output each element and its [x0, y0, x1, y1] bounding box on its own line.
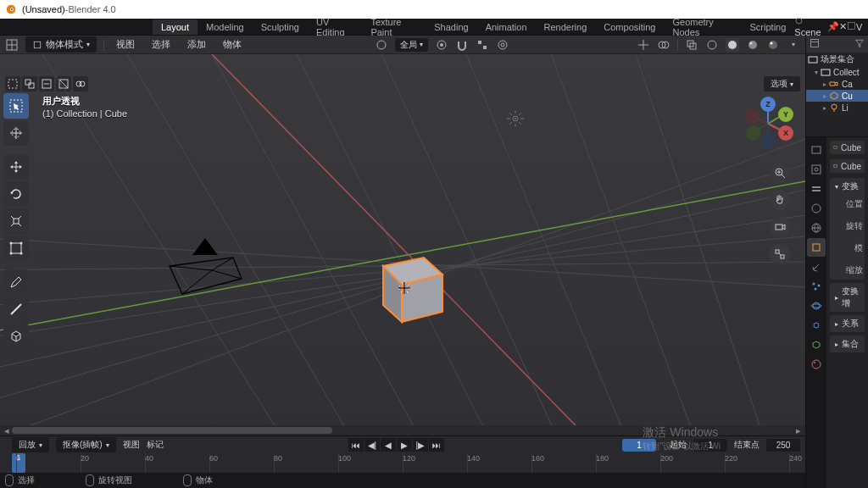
keyframe-prev-icon[interactable]: ◀|	[364, 438, 380, 452]
viewlayer-browse-icon[interactable]	[847, 21, 856, 32]
panel-relations-header[interactable]: ▸关系	[830, 315, 865, 332]
object-name-field[interactable]: Cube	[830, 159, 865, 173]
jump-start-icon[interactable]: ⏮	[348, 438, 364, 452]
shading-wire-icon[interactable]	[705, 38, 719, 52]
ptab-viewlayer[interactable]	[807, 180, 826, 198]
tool-addcube[interactable]	[3, 324, 29, 349]
gizmo-axis-y[interactable]: Y	[778, 107, 793, 122]
tool-scale[interactable]	[3, 208, 29, 234]
ptab-data[interactable]	[807, 336, 826, 354]
outliner-item-cube[interactable]: ▸ Cu	[806, 90, 868, 102]
panel-transform-header[interactable]: ▾变换	[830, 178, 865, 195]
cube-object[interactable]	[364, 241, 441, 317]
tool-cursor[interactable]	[3, 120, 29, 146]
status-rotate: 旋转视图	[98, 474, 132, 486]
vmenu-object[interactable]: 物体	[218, 36, 247, 53]
gizmo-axis-z[interactable]: Z	[760, 97, 776, 112]
gizmo-axis-neg-z[interactable]	[760, 134, 776, 149]
xray-icon[interactable]	[685, 38, 698, 52]
ptab-world[interactable]	[807, 219, 826, 237]
ptab-material[interactable]	[807, 355, 826, 374]
editor-type-icon[interactable]	[5, 38, 19, 52]
nav-zoom-icon[interactable]	[770, 163, 790, 183]
keyframe-next-icon[interactable]: |▶	[413, 438, 428, 452]
start-frame-field[interactable]: 1	[693, 439, 727, 452]
nav-camera-icon[interactable]	[770, 217, 790, 237]
title-unsaved: (Unsaved)	[22, 4, 65, 14]
nav-gizmo[interactable]: X Y Z	[741, 97, 795, 151]
panel-delta-header[interactable]: ▸变换增	[830, 283, 865, 312]
scene-new-icon[interactable]: ✕	[839, 21, 847, 32]
tab-shading[interactable]: Shading	[426, 19, 476, 35]
vmenu-view[interactable]: 视图	[111, 36, 140, 53]
tab-animation[interactable]: Animation	[477, 19, 536, 35]
ptab-particles[interactable]	[807, 277, 826, 296]
viewlayer-selector[interactable]: V	[856, 22, 868, 32]
tool-transform[interactable]	[3, 236, 29, 261]
gizmo-axis-neg-y[interactable]	[746, 125, 761, 141]
vmenu-add[interactable]: 添加	[182, 36, 211, 53]
proportional-icon[interactable]	[496, 38, 509, 52]
gizmo-axis-x[interactable]: X	[778, 125, 793, 141]
properties-breadcrumb[interactable]: Cube	[830, 141, 865, 154]
outliner-item-camera[interactable]: ▸ Ca	[806, 78, 868, 90]
shading-dropdown-icon[interactable]: ▾	[787, 38, 800, 52]
tab-scripting[interactable]: Scripting	[742, 19, 795, 35]
viewport-3d[interactable]: 选项▾	[0, 54, 805, 425]
ptab-object[interactable]	[807, 238, 826, 257]
ptab-output[interactable]	[807, 160, 826, 179]
tool-move[interactable]	[3, 154, 29, 180]
ptab-physics[interactable]	[807, 297, 826, 315]
ptab-render[interactable]	[807, 141, 826, 159]
viewport-hscrollbar[interactable]: ◂▸	[0, 425, 805, 435]
snap-type-icon[interactable]	[476, 38, 489, 52]
gizmo-axis-neg-x[interactable]	[744, 108, 760, 124]
outliner-editor-icon[interactable]	[810, 38, 820, 50]
outliner-item-light[interactable]: ▸ Li	[806, 102, 868, 114]
tab-compositing[interactable]: Compositing	[595, 19, 664, 35]
outliner-filter-icon[interactable]	[854, 38, 865, 50]
tool-measure[interactable]	[3, 297, 29, 322]
nav-perspective-icon[interactable]	[770, 244, 790, 264]
tmenu-view[interactable]: 视图	[123, 439, 140, 451]
pivot-icon[interactable]	[435, 38, 448, 52]
gizmo-toggle-icon[interactable]	[637, 38, 650, 52]
mode-selector[interactable]: 物体模式 ▾	[25, 36, 97, 53]
tab-layout[interactable]: Layout	[153, 19, 198, 35]
snap-toggle-icon[interactable]	[455, 38, 469, 52]
vmenu-select[interactable]: 选择	[147, 36, 175, 53]
panel-collections-header[interactable]: ▸集合	[830, 336, 865, 352]
shading-rendered-icon[interactable]	[766, 38, 780, 52]
tmenu-keying[interactable]: 抠像(插帧)▾	[56, 437, 116, 452]
jump-end-icon[interactable]: ⏭	[429, 438, 444, 452]
scene-pin-icon[interactable]: 📌	[827, 21, 839, 32]
tab-sculpting[interactable]: Sculpting	[253, 19, 308, 35]
orientation-icon[interactable]	[375, 38, 388, 52]
tmenu-marker[interactable]: 标记	[147, 439, 164, 451]
play-icon[interactable]: ▶	[397, 438, 412, 452]
outliner-scene-collection[interactable]: 场景集合	[806, 53, 868, 66]
nav-pan-icon[interactable]	[770, 190, 790, 210]
ptab-constraints[interactable]	[807, 316, 826, 335]
overlay-toggle-icon[interactable]	[657, 38, 670, 52]
tool-rotate[interactable]	[3, 181, 29, 207]
orientation-selector[interactable]: 全局▾	[395, 38, 428, 52]
current-frame-field[interactable]: 1	[622, 439, 656, 452]
end-frame-field[interactable]: 250	[766, 439, 800, 452]
outliner-collection[interactable]: ▾ Collect	[806, 66, 868, 78]
tool-annotate[interactable]	[3, 269, 29, 295]
scene-selector[interactable]: Scene	[794, 16, 827, 37]
shading-solid-icon[interactable]	[726, 38, 739, 52]
play-reverse-icon[interactable]: ◀	[381, 438, 396, 452]
tmenu-playback[interactable]: 回放▾	[12, 437, 49, 452]
tool-select-box[interactable]	[3, 93, 29, 119]
light-object[interactable]	[505, 108, 526, 129]
tab-rendering[interactable]: Rendering	[536, 19, 596, 35]
camera-object[interactable]	[165, 236, 246, 300]
ptab-scene[interactable]	[807, 199, 826, 218]
ptab-modifiers[interactable]	[807, 258, 826, 276]
timeline-track[interactable]: 1 020406080100120140160180200220240	[0, 453, 805, 473]
tab-modeling[interactable]: Modeling	[198, 19, 253, 35]
axis-x-line	[212, 54, 610, 425]
shading-material-icon[interactable]	[746, 38, 760, 52]
